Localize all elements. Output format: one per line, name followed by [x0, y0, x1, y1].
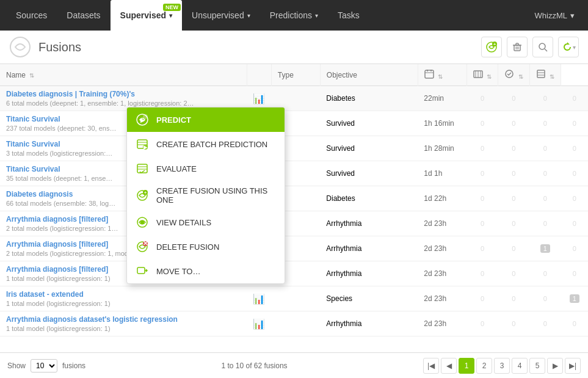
- row-sub-text: 6 total models (deepnet: 1, ensemble: 1,…: [6, 100, 241, 107]
- menu-move-to[interactable]: MOVE TO…: [127, 259, 285, 283]
- svg-point-0: [10, 37, 30, 57]
- predict-icon: ▶: [136, 113, 149, 126]
- show-select[interactable]: 10 25 50: [31, 359, 57, 373]
- counter-zero: 0: [481, 220, 484, 227]
- col-evaluations: ⇅: [498, 64, 529, 86]
- table-row: Iris dataset - extended 1 total model (l…: [0, 286, 588, 311]
- bar-chart-icon[interactable]: 📊: [253, 93, 265, 104]
- counter-zero: 0: [512, 170, 515, 177]
- row-objective-cell: Diabetes: [320, 86, 418, 111]
- counter-zero: 0: [512, 320, 515, 327]
- row-batch-count: 0: [529, 86, 561, 111]
- table-row: Arrythmia diagnosis [filtered] 1 total m…: [0, 261, 588, 286]
- name-sort-icon[interactable]: ⇅: [29, 72, 34, 79]
- row-evaluations-count: 0: [498, 211, 529, 236]
- row-batch-count: 1: [529, 236, 561, 261]
- row-extra-count: 0: [561, 111, 588, 136]
- counter-zero: 0: [512, 145, 515, 152]
- first-page-btn[interactable]: |◀: [423, 358, 439, 374]
- table-header-row: Name ⇅ Type Objective ⇅: [0, 64, 588, 86]
- nav-datasets[interactable]: Datasets: [57, 0, 110, 31]
- menu-view-details[interactable]: VIEW DETAILS: [127, 210, 285, 234]
- table-row: Titanic Survival 35 total models (deepne…: [0, 161, 588, 186]
- menu-batch-prediction[interactable]: ▶ CREATE BATCH PREDICTION: [127, 132, 285, 156]
- menu-delete-fusion[interactable]: ✕ DELETE FUSION: [127, 234, 285, 259]
- counter-badge: 1: [570, 294, 579, 303]
- row-name-link[interactable]: Diabetes diagnosis | Training (70%)'s: [6, 90, 241, 98]
- nav-unsupervised[interactable]: Unsupervised ▾: [182, 0, 260, 31]
- counter-zero: 0: [481, 295, 484, 302]
- counter-zero: 0: [543, 145, 547, 152]
- svg-text:+: +: [493, 42, 496, 47]
- menu-evaluate[interactable]: EVALUATE: [127, 156, 285, 181]
- row-time-cell: 1d 1h: [418, 161, 466, 186]
- counter-zero: 0: [573, 220, 576, 227]
- row-evaluations-count: 0: [498, 286, 529, 311]
- batch-prediction-icon: ▶: [136, 137, 149, 151]
- counter-zero: 0: [543, 220, 547, 227]
- next-page-btn[interactable]: ▶: [547, 358, 563, 374]
- prev-page-btn[interactable]: ◀: [441, 358, 457, 374]
- page-4-btn[interactable]: 4: [512, 358, 528, 374]
- page-1-btn[interactable]: 1: [459, 358, 474, 374]
- table-row: Titanic Survival 237 total models (deepn…: [0, 111, 588, 136]
- nav-supervised[interactable]: Supervised NEW ▾: [111, 0, 182, 31]
- header-actions: + ▾: [481, 37, 579, 57]
- row-time-cell: 2d 23h: [418, 261, 466, 286]
- counter-zero: 0: [481, 145, 484, 152]
- row-name-link[interactable]: Iris dataset - extended: [6, 290, 241, 299]
- row-extra-count: 0: [561, 86, 588, 111]
- nav-predictions[interactable]: Predictions ▾: [260, 0, 328, 31]
- svg-point-10: [539, 43, 545, 49]
- evaluate-icon: [136, 162, 149, 175]
- search-btn[interactable]: [532, 37, 553, 57]
- row-predictions-count: 0: [466, 261, 498, 286]
- page-header: Fusions +: [0, 31, 588, 64]
- row-extra-count: 1: [561, 286, 588, 311]
- row-time-cell: 2d 23h: [418, 311, 466, 336]
- page-3-btn[interactable]: 3: [494, 358, 510, 374]
- bar-chart-icon[interactable]: 📊: [253, 319, 265, 329]
- row-name-link[interactable]: Arrythmia diagnosis dataset's logistic r…: [6, 315, 241, 324]
- create-fusion-icon: +: [136, 189, 149, 202]
- bar-chart-icon[interactable]: 📊: [253, 294, 265, 304]
- counter-zero: 0: [573, 170, 576, 177]
- view-details-icon: [136, 216, 149, 229]
- svg-line-11: [545, 49, 547, 51]
- row-sub-text: 1 total model (logisticregression: 1): [6, 300, 241, 307]
- page-2-btn[interactable]: 2: [476, 358, 492, 374]
- counter-zero: 0: [512, 195, 515, 202]
- counter-zero: 0: [512, 120, 515, 127]
- menu-create-fusion[interactable]: + CREATE FUSION USING THIS ONE: [127, 181, 285, 210]
- row-batch-count: 0: [529, 211, 561, 236]
- row-time-cell: 22min: [418, 86, 466, 111]
- counter-zero: 0: [573, 120, 576, 127]
- table-row: Diabetes diagnosis 66 total models (ense…: [0, 186, 588, 211]
- table-body: Diabetes diagnosis | Training (70%)'s 6 …: [0, 86, 588, 336]
- row-chart-cell: 📊: [247, 286, 271, 311]
- counter-zero: 0: [573, 95, 576, 102]
- nav-tasks[interactable]: Tasks: [328, 0, 369, 31]
- refresh-btn[interactable]: ▾: [558, 37, 579, 57]
- row-time-cell: 1d 22h: [418, 186, 466, 211]
- counter-zero: 0: [481, 95, 484, 102]
- counter-zero: 0: [481, 170, 484, 177]
- counter-zero: 0: [481, 245, 484, 252]
- nav-whizzml[interactable]: WhizzML ▾: [528, 11, 582, 20]
- svg-marker-12: [567, 42, 570, 45]
- row-predictions-count: 0: [466, 211, 498, 236]
- menu-predict[interactable]: ▶ PREDICT: [127, 107, 285, 132]
- row-batch-count: 0: [529, 111, 561, 136]
- row-evaluations-count: 0: [498, 261, 529, 286]
- nav-sources[interactable]: Sources: [6, 0, 57, 31]
- col-batch: ⇅: [529, 64, 561, 86]
- page-5-btn[interactable]: 5: [529, 358, 545, 374]
- row-extra-count: 0: [561, 261, 588, 286]
- batch-col-icon: [536, 69, 546, 79]
- row-evaluations-count: 0: [498, 136, 529, 161]
- create-fusion-btn[interactable]: +: [481, 37, 502, 57]
- row-objective-cell: Arrhythmia: [320, 311, 418, 336]
- last-page-btn[interactable]: ▶|: [565, 358, 581, 374]
- row-objective-cell: Survived: [320, 161, 418, 186]
- delete-btn[interactable]: [507, 37, 528, 57]
